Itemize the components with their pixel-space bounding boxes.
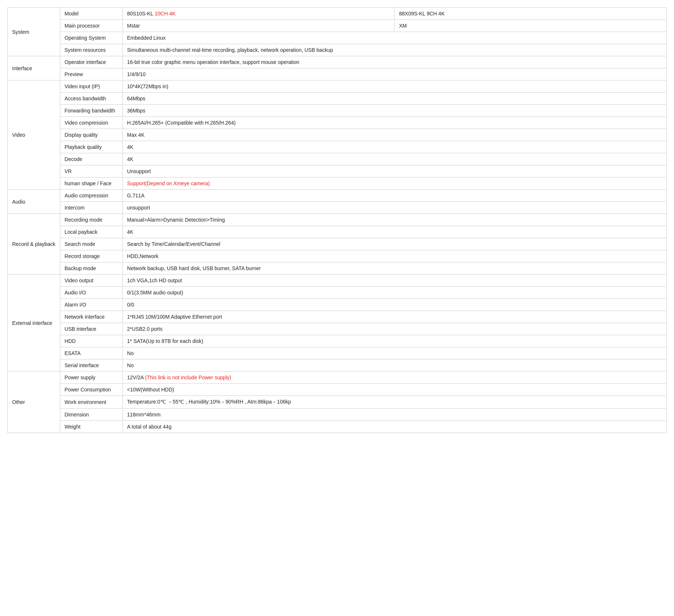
table-row: Audio I/O0/1(3.5MM audio output)	[8, 287, 667, 299]
value-cell: <10W(Without HDD)	[122, 384, 666, 396]
table-row: Playback quality4K	[8, 141, 667, 153]
value-cell: 1* SATA(Up to 8TB for each disk)	[122, 335, 666, 347]
table-row: Display qualityMax 4K	[8, 129, 667, 141]
table-row: System resourcesSimultaneous multi-chann…	[8, 44, 667, 56]
table-row: Decode4K	[8, 153, 667, 165]
label-cell: Record storage	[60, 250, 122, 262]
label-cell: Alarm I/O	[60, 299, 122, 311]
table-row: Preview1/4/9/10	[8, 68, 667, 80]
label-cell: Preview	[60, 68, 122, 80]
label-cell: Work environment	[60, 396, 122, 409]
label-cell: Backup mode	[60, 262, 122, 275]
label-cell: Weight	[60, 421, 122, 433]
table-row: Work environmentTemperature:0℃ －55℃ , Hu…	[8, 396, 667, 409]
table-row: HDD1* SATA(Up to 8TB for each disk)	[8, 335, 667, 347]
value-cell: No	[122, 347, 666, 359]
label-cell: VR	[60, 165, 122, 178]
value-cell: Unsupport	[122, 165, 666, 178]
value-cell: 0/1(3.5MM audio output)	[122, 287, 666, 299]
label-cell: Main processor	[60, 20, 122, 32]
label-cell: Operating System	[60, 32, 122, 44]
value-cell: 0/0	[122, 299, 666, 311]
value-cell: 2*USB2.0 ports	[122, 323, 666, 335]
table-row: Operating SystemEmbedded Linux	[8, 32, 667, 44]
value-cell: H.265AI/H.265+ (Compatible with H.265/H.…	[122, 117, 666, 129]
value-cell: Network backup, USB hard disk, USB burne…	[122, 262, 666, 275]
spec-table: SystemModel80S10S-KL 10CH 4K88X09S-KL 9C…	[7, 7, 667, 433]
label-cell: Forwarding bandwidth	[60, 105, 122, 117]
category-cell: Audio	[8, 190, 60, 214]
table-row: SystemModel80S10S-KL 10CH 4K88X09S-KL 9C…	[8, 8, 667, 20]
table-row: Record & playbackRecording modeManual>Al…	[8, 214, 667, 226]
table-row: Power Consumption<10W(Without HDD)	[8, 384, 667, 396]
value-cell: 1*RJ45 10M/100M Adaptive Ethernet port	[122, 311, 666, 323]
category-cell: Record & playback	[8, 214, 60, 275]
table-row: AudioAudio compressionG.711A	[8, 190, 667, 202]
value-cell: Mstar	[122, 20, 395, 32]
table-row: Dimension118mm*46mm	[8, 409, 667, 421]
value-cell: Simultaneous multi-channel real-time rec…	[122, 44, 666, 56]
value-cell: 80S10S-KL 10CH 4K	[122, 8, 395, 20]
table-row: Network interface1*RJ45 10M/100M Adaptiv…	[8, 311, 667, 323]
value-cell: G.711A	[122, 190, 666, 202]
table-row: Access bandwidth64Mbps	[8, 93, 667, 105]
label-cell: System resources	[60, 44, 122, 56]
label-cell: Access bandwidth	[60, 93, 122, 105]
category-cell: External interface	[8, 275, 60, 372]
value-cell: Max 4K	[122, 129, 666, 141]
value-cell: 1ch VGA,1ch HD output	[122, 275, 666, 287]
label-cell: Video input (IP)	[60, 80, 122, 93]
category-cell: Other	[8, 372, 60, 433]
label-cell: Serial interface	[60, 359, 122, 372]
value-cell: 118mm*46mm	[122, 409, 666, 421]
value-cell: unsupport	[122, 202, 666, 214]
table-row: Backup modeNetwork backup, USB hard disk…	[8, 262, 667, 275]
value-cell: 12V/2A (This link is not include Power s…	[122, 372, 666, 384]
value-cell: 1/4/9/10	[122, 68, 666, 80]
label-cell: Intercom	[60, 202, 122, 214]
value-cell: Embedded Linux	[122, 32, 666, 44]
label-cell: Audio compression	[60, 190, 122, 202]
table-row: OtherPower supply12V/2A (This link is no…	[8, 372, 667, 384]
label-cell: Network interface	[60, 311, 122, 323]
value-cell: 4K	[122, 226, 666, 238]
value-cell: A total of about 44g	[122, 421, 666, 433]
table-row: WeightA total of about 44g	[8, 421, 667, 433]
value-cell: HDD,Network	[122, 250, 666, 262]
table-row: VideoVideo input (IP)10*4K(72Mbps in)	[8, 80, 667, 93]
label-cell: Power supply	[60, 372, 122, 384]
table-row: VRUnsupport	[8, 165, 667, 178]
value-cell: Manual>Alarm>Dynamic Detection>Timing	[122, 214, 666, 226]
table-row: Alarm I/O0/0	[8, 299, 667, 311]
label-cell: USB interface	[60, 323, 122, 335]
table-row: Record storageHDD,Network	[8, 250, 667, 262]
label-cell: Search mode	[60, 238, 122, 250]
value-cell: Support(Depend on Xmeye camera)	[122, 178, 666, 190]
table-row: Search modeSearch by Time/Calendar/Event…	[8, 238, 667, 250]
label-cell: Decode	[60, 153, 122, 165]
value2-cell: XM	[395, 20, 667, 32]
value-cell: 4K	[122, 141, 666, 153]
table-row: Main processorMstarXM	[8, 20, 667, 32]
label-cell: Display quality	[60, 129, 122, 141]
value-cell: 64Mbps	[122, 93, 666, 105]
table-row: Serial interfaceNo	[8, 359, 667, 372]
value-cell: Temperature:0℃ －55℃ , Humidity:10%－90%RH…	[122, 396, 666, 409]
table-row: ESATANo	[8, 347, 667, 359]
label-cell: Video compression	[60, 117, 122, 129]
table-row: Local payback4K	[8, 226, 667, 238]
label-cell: Audio I/O	[60, 287, 122, 299]
label-cell: Operator interface	[60, 56, 122, 68]
value2-cell: 88X09S-KL 9CH 4K	[395, 8, 667, 20]
label-cell: Local payback	[60, 226, 122, 238]
label-cell: Power Consumption	[60, 384, 122, 396]
category-cell: System	[8, 8, 60, 56]
value-cell: Search by Time/Calendar/Event/Channel	[122, 238, 666, 250]
label-cell: Playback quality	[60, 141, 122, 153]
label-cell: Recording mode	[60, 214, 122, 226]
table-row: Intercomunsupport	[8, 202, 667, 214]
value-cell: 10*4K(72Mbps in)	[122, 80, 666, 93]
table-row: InterfaceOperator interface16-bit true c…	[8, 56, 667, 68]
value-cell: 36Mbps	[122, 105, 666, 117]
category-cell: Video	[8, 80, 60, 190]
